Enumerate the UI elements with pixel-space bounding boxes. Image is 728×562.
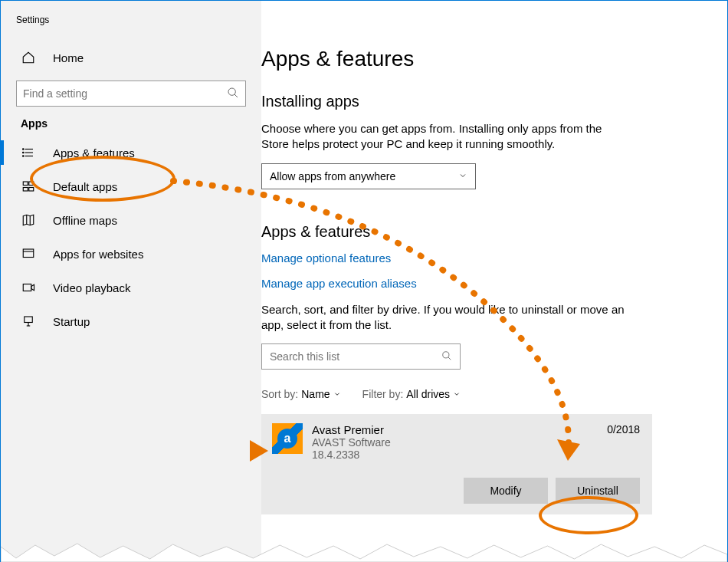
- sidebar-item-video-playback[interactable]: Video playback: [1, 271, 261, 304]
- sidebar-search-input[interactable]: [23, 87, 227, 100]
- app-list-item[interactable]: a Avast Premier AVAST Software 18.4.2338…: [261, 414, 652, 514]
- installing-apps-heading: Installing apps: [261, 93, 727, 110]
- filter-by-value: All drives: [406, 388, 450, 400]
- svg-rect-8: [23, 182, 28, 186]
- home-icon: [21, 50, 36, 65]
- website-icon: [21, 246, 36, 261]
- search-icon: [441, 350, 452, 363]
- startup-icon: [21, 314, 36, 329]
- svg-point-0: [228, 88, 235, 95]
- link-optional-features[interactable]: Manage optional features: [261, 251, 727, 265]
- sidebar-item-label: Startup: [53, 315, 90, 328]
- sidebar-item-apps-for-websites[interactable]: Apps for websites: [1, 237, 261, 271]
- settings-window: Settings Home Apps Apps & features Defau: [0, 0, 728, 562]
- nav-home[interactable]: Home: [1, 41, 261, 74]
- installing-apps-description: Choose where you can get apps from. Inst…: [261, 121, 629, 153]
- sort-by-label: Sort by:: [261, 388, 298, 400]
- app-list-search-input[interactable]: [270, 350, 441, 363]
- default-apps-icon: [21, 179, 36, 194]
- sidebar-item-default-apps[interactable]: Default apps: [1, 169, 261, 203]
- sidebar-item-label: Apps for websites: [53, 248, 143, 261]
- list-icon: [21, 145, 36, 160]
- svg-rect-11: [29, 188, 34, 192]
- sidebar: Settings Home Apps Apps & features Defau: [1, 1, 261, 561]
- svg-line-22: [448, 357, 451, 360]
- apps-features-heading: Apps & features: [261, 223, 727, 241]
- app-item-header: a Avast Premier AVAST Software 18.4.2338…: [272, 423, 640, 461]
- sort-by-value: Name: [301, 388, 330, 400]
- page-title: Apps & features: [261, 47, 727, 71]
- app-version: 18.4.2338: [312, 449, 391, 461]
- filter-by-label: Filter by:: [362, 388, 404, 400]
- svg-rect-10: [23, 188, 28, 192]
- app-icon-avast: a: [272, 423, 303, 454]
- filter-description: Search, sort, and filter by drive. If yo…: [261, 302, 629, 334]
- app-name: Avast Premier: [312, 423, 391, 436]
- map-icon: [21, 212, 36, 228]
- sort-by-control[interactable]: Sort by: Name: [261, 388, 341, 400]
- app-install-date: 0/2018: [607, 423, 640, 461]
- sort-filter-row: Sort by: Name Filter by: All drives: [261, 388, 727, 400]
- sidebar-search[interactable]: [16, 81, 246, 107]
- dropdown-value: Allow apps from anywhere: [270, 170, 395, 182]
- video-icon: [21, 280, 36, 295]
- sidebar-item-label: Default apps: [53, 180, 117, 193]
- window-title: Settings: [1, 8, 261, 41]
- sidebar-section-label: Apps: [1, 117, 261, 136]
- sidebar-item-apps-features[interactable]: Apps & features: [1, 136, 261, 169]
- sidebar-item-startup[interactable]: Startup: [1, 304, 261, 338]
- app-publisher: AVAST Software: [312, 436, 391, 449]
- uninstall-button[interactable]: Uninstall: [556, 478, 640, 504]
- search-icon: [227, 87, 239, 101]
- svg-rect-18: [25, 317, 33, 323]
- sidebar-item-offline-maps[interactable]: Offline maps: [1, 203, 261, 237]
- filter-by-control[interactable]: Filter by: All drives: [362, 388, 461, 400]
- svg-point-21: [443, 351, 449, 357]
- main-content: Apps & features Installing apps Choose w…: [261, 1, 727, 561]
- svg-rect-14: [23, 249, 34, 258]
- sidebar-item-label: Video playback: [53, 281, 130, 294]
- svg-point-5: [23, 149, 25, 150]
- chevron-down-icon: [453, 388, 461, 400]
- sidebar-item-label: Apps & features: [53, 146, 135, 159]
- svg-point-7: [23, 156, 25, 157]
- svg-point-6: [23, 152, 25, 153]
- svg-rect-9: [29, 182, 34, 186]
- nav-home-label: Home: [53, 51, 84, 64]
- sidebar-item-label: Offline maps: [53, 214, 117, 227]
- chevron-down-icon: [333, 388, 341, 400]
- install-source-dropdown[interactable]: Allow apps from anywhere: [261, 163, 476, 189]
- app-list-search[interactable]: [261, 343, 461, 370]
- modify-button[interactable]: Modify: [464, 478, 548, 504]
- link-execution-aliases[interactable]: Manage app execution aliases: [261, 277, 727, 290]
- svg-line-1: [234, 94, 238, 97]
- svg-rect-16: [23, 284, 31, 291]
- chevron-down-icon: [458, 170, 467, 182]
